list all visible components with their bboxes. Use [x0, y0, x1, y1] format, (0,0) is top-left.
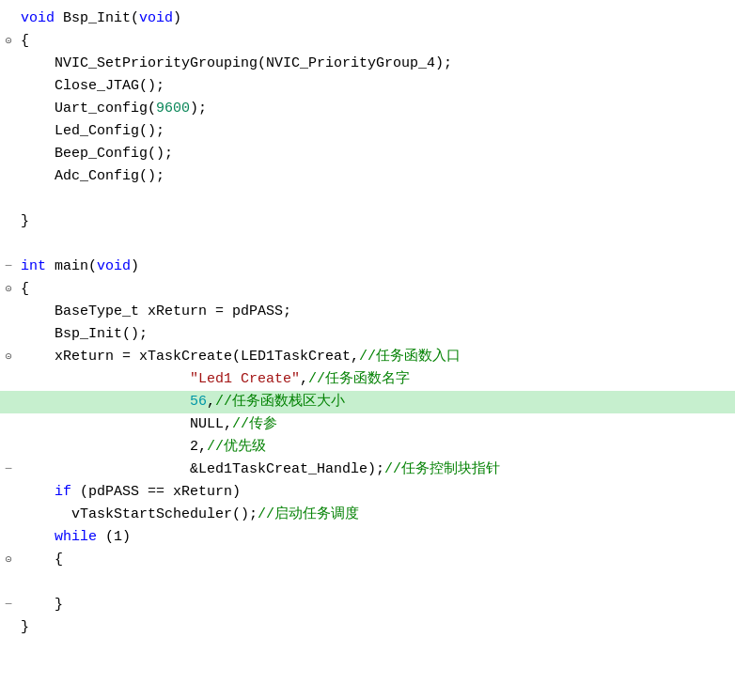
code-content: int main(void): [17, 256, 139, 278]
gutter-marker: [0, 165, 17, 188]
code-token: //优先级: [207, 436, 266, 458]
code-token: {: [21, 278, 29, 300]
code-line: ⊝ {: [0, 549, 735, 571]
code-content: }: [17, 210, 29, 233]
code-token: [21, 436, 190, 458]
code-content: {: [17, 278, 29, 301]
code-token: NVIC_SetPriorityGrouping(NVIC_PriorityGr…: [21, 53, 452, 74]
code-line: [0, 233, 735, 256]
code-token: int: [21, 256, 46, 277]
code-token: Led_Config();: [21, 120, 164, 142]
code-line: Beep_Config();: [0, 143, 735, 165]
code-line: Adc_Config();: [0, 165, 735, 188]
gutter-marker: [0, 8, 17, 30]
code-line: NVIC_SetPriorityGrouping(NVIC_PriorityGr…: [0, 53, 735, 75]
code-token: ): [131, 256, 139, 277]
code-token: 9600: [156, 98, 190, 119]
code-token: (pdPASS == xReturn): [71, 481, 241, 503]
code-token: ,: [198, 436, 207, 458]
code-line: [0, 571, 735, 594]
code-token: //任务函数栈区大小: [215, 391, 345, 412]
code-token: //任务函数入口: [359, 346, 461, 367]
code-token: //启动任务调度: [258, 504, 359, 525]
gutter-marker: [0, 233, 17, 256]
gutter-marker: ⊝: [0, 30, 17, 53]
code-token: [21, 526, 55, 548]
code-line: void Bsp_Init(void): [0, 8, 735, 30]
code-token: main(: [46, 256, 97, 277]
code-token: Adc_Config();: [21, 165, 164, 187]
gutter-marker: [0, 571, 17, 594]
code-line: Led_Config();: [0, 120, 735, 143]
code-token: }: [21, 210, 29, 232]
code-content: Bsp_Init();: [17, 323, 148, 346]
code-token: Beep_Config();: [21, 143, 173, 164]
gutter-marker: [0, 98, 17, 120]
code-token: 56: [190, 391, 207, 412]
gutter-marker: [0, 120, 17, 143]
code-content: &Led1TaskCreat_Handle);//任务控制块指针: [17, 459, 500, 481]
code-content: {: [17, 549, 63, 571]
code-line: if (pdPASS == xReturn): [0, 481, 735, 504]
code-token: //任务控制块指针: [384, 459, 500, 480]
code-token: [21, 368, 190, 390]
gutter-marker: [0, 368, 17, 391]
code-line: NULL,//传参: [0, 413, 735, 436]
code-token: Uart_config(: [21, 98, 156, 119]
code-token: {: [21, 30, 29, 52]
code-line: −int main(void): [0, 256, 735, 278]
code-token: Bsp_Init(: [55, 8, 139, 29]
code-line: 56,//任务函数栈区大小: [0, 391, 735, 413]
code-token: [21, 481, 55, 503]
code-line: }: [0, 210, 735, 233]
gutter-marker: [0, 413, 17, 436]
code-content: if (pdPASS == xReturn): [17, 481, 241, 504]
code-content: xReturn = xTaskCreate(LED1TaskCreat,//任务…: [17, 346, 461, 368]
code-token: );: [190, 98, 207, 119]
code-line: }: [0, 616, 735, 639]
code-line: "Led1 Create",//任务函数名字: [0, 368, 735, 391]
gutter-marker: [0, 616, 17, 639]
code-content: Beep_Config();: [17, 143, 173, 165]
code-token: 2: [190, 436, 198, 458]
code-line: BaseType_t xReturn = pdPASS;: [0, 301, 735, 323]
gutter-marker: ⊝: [0, 549, 17, 571]
code-token: xReturn = xTaskCreate(LED1TaskCreat,: [21, 346, 359, 367]
code-line: Uart_config(9600);: [0, 98, 735, 120]
gutter-marker: [0, 391, 17, 413]
gutter-marker: −: [0, 459, 17, 481]
code-content: [17, 188, 21, 210]
code-line: Close_JTAG();: [0, 75, 735, 98]
gutter-marker: [0, 210, 17, 233]
code-line: 2,//优先级: [0, 436, 735, 459]
gutter-marker: ⊝: [0, 278, 17, 301]
gutter-marker: [0, 143, 17, 165]
code-token: void: [97, 256, 131, 277]
code-line: vTaskStartScheduler();//启动任务调度: [0, 504, 735, 526]
code-content: }: [17, 616, 29, 639]
gutter-marker: [0, 75, 17, 98]
code-line: ⊝{: [0, 30, 735, 53]
code-token: while: [55, 526, 97, 548]
code-content: vTaskStartScheduler();//启动任务调度: [17, 504, 359, 526]
gutter-marker: −: [0, 594, 17, 616]
code-content: Uart_config(9600);: [17, 98, 207, 120]
code-content: [17, 571, 21, 594]
code-token: //任务函数名字: [308, 368, 410, 390]
code-editor: void Bsp_Init(void)⊝{ NVIC_SetPriorityGr…: [0, 0, 735, 646]
code-content: 2,//优先级: [17, 436, 266, 459]
gutter-marker: [0, 481, 17, 504]
code-token: void: [21, 8, 55, 29]
code-content: BaseType_t xReturn = pdPASS;: [17, 301, 291, 323]
gutter-marker: −: [0, 256, 17, 278]
code-content: void Bsp_Init(void): [17, 8, 181, 30]
code-token: }: [21, 616, 29, 638]
code-token: vTaskStartScheduler();: [21, 504, 258, 525]
code-token: "Led1 Create": [190, 368, 300, 390]
code-line: Bsp_Init();: [0, 323, 735, 346]
gutter-marker: [0, 323, 17, 346]
code-token: [21, 391, 190, 412]
code-token: ,: [300, 368, 308, 390]
code-line: − &Led1TaskCreat_Handle);//任务控制块指针: [0, 459, 735, 481]
code-token: void: [139, 8, 173, 29]
